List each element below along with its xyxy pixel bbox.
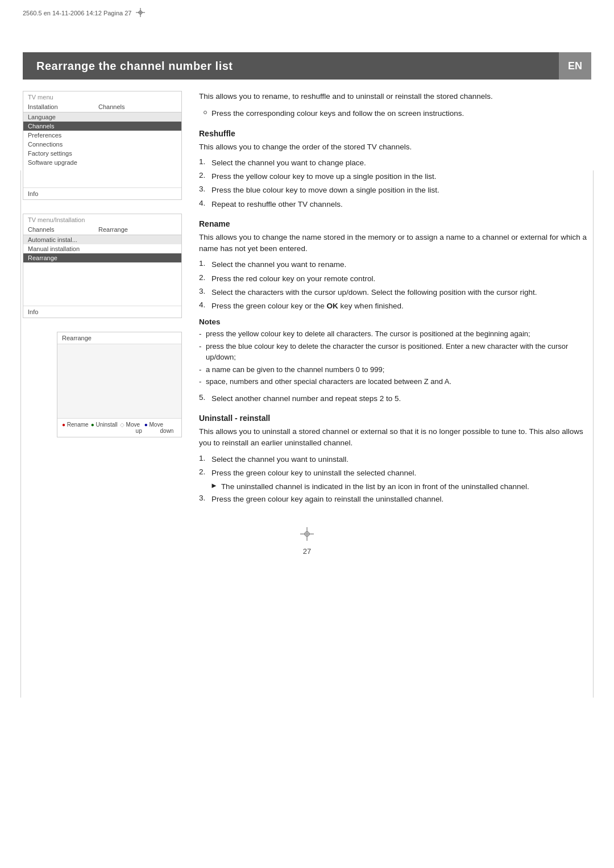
menu2-header: Channels Rearrange <box>23 224 181 235</box>
menu1-item-software[interactable]: Software upgrade <box>23 158 181 167</box>
menu1-item-channels[interactable]: Channels <box>23 122 181 131</box>
header-bar: Rearrange the channel number list EN <box>23 52 591 80</box>
footer-move-down: ● Move down <box>144 422 174 434</box>
reshuffle-steps: 1. Select the channel you want to change… <box>199 157 591 210</box>
note-2: press the blue colour key to delete the … <box>199 341 591 363</box>
bullet-circle-1 <box>204 111 207 114</box>
page-meta: 2560.5 en 14-11-2006 14:12 Pagina 27 <box>0 0 614 18</box>
menu2-empty2 <box>23 269 181 276</box>
menu1-header: Installation Channels <box>23 102 181 112</box>
left-column: TV menu Installation Channels Language C… <box>23 91 182 510</box>
language-badge: EN <box>559 52 591 80</box>
rearrange-title: Rearrange <box>57 332 181 344</box>
menu2-item-rearrange[interactable]: Rearrange <box>23 253 181 262</box>
menu2-empty6 <box>23 297 181 303</box>
rearrange-box-container: Rearrange ● Rename ● Uninstall ◇ Move up… <box>23 332 182 437</box>
right-margin-line <box>593 170 594 698</box>
uninstall-step-3: 3. Press the green colour key again to r… <box>199 494 591 505</box>
left-margin-line <box>20 170 21 698</box>
footer-rename: ● Rename <box>62 422 89 434</box>
uninstall-step-2: 2. Press the green colour key to uninsta… <box>199 468 591 479</box>
menu2-empty4 <box>23 283 181 290</box>
menu1-empty1 <box>23 172 181 178</box>
page-title: Rearrange the channel number list <box>23 60 233 73</box>
reshuffle-heading: Reshuffle <box>199 129 591 138</box>
menu1-empty2 <box>23 178 181 185</box>
menu2-empty1 <box>23 262 181 269</box>
menu2-empty3 <box>23 276 181 283</box>
notes-label: Notes <box>199 318 591 326</box>
note-3: a name can be given to the channel numbe… <box>199 364 591 375</box>
rename-step-4: 4. Press the green colour key or the OK … <box>199 301 591 312</box>
uninstall-step-1: 1. Select the channel you want to uninst… <box>199 454 591 465</box>
crosshair-top <box>136 8 145 18</box>
menu1-label: TV menu <box>23 91 181 102</box>
rename-steps: 1. Select the channel you want to rename… <box>199 259 591 312</box>
right-column: This allows you to rename, to reshuffle … <box>199 91 591 510</box>
reshuffle-step-4: 4. Repeat to reshuffle other TV channels… <box>199 199 591 210</box>
bullet-item-1: Press the corresponding colour keys and … <box>199 108 591 119</box>
menu2-empty5 <box>23 290 181 297</box>
bottom-crosshair <box>0 527 614 542</box>
menu1-col2: Channels <box>98 103 125 110</box>
note-4: space, numbers and other special charact… <box>199 376 591 387</box>
uninstall-desc: This allows you to uninstall a stored ch… <box>199 426 591 449</box>
rename-heading: Rename <box>199 219 591 228</box>
intro-text: This allows you to rename, to reshuffle … <box>199 91 591 102</box>
reshuffle-step-1: 1. Select the channel you want to change… <box>199 157 591 169</box>
menu2-item-manual[interactable]: Manual installation <box>23 244 181 253</box>
uninstall-heading: Uninstall - reinstall <box>199 414 591 423</box>
uninstall-sub-step: ► The uninstalled channel is indicated i… <box>199 481 591 493</box>
rename-step-3: 3. Select the characters with the cursor… <box>199 287 591 298</box>
menu1-col1: Installation <box>28 103 96 110</box>
rename-step-5: 5. Select another channel number and rep… <box>199 393 591 404</box>
rename-step-2: 2. Press the red colour key on your remo… <box>199 273 591 285</box>
reshuffle-step-2: 2. Press the yellow colour key to move u… <box>199 171 591 182</box>
menu1-item-factory[interactable]: Factory settings <box>23 149 181 158</box>
rearrange-footer: ● Rename ● Uninstall ◇ Move up ● Move do… <box>57 418 181 437</box>
footer-move-up: ◇ Move up <box>120 422 142 434</box>
menu2-item-automatic[interactable]: Automatic instal... <box>23 235 181 244</box>
tv-menu-box: TV menu Installation Channels Language C… <box>23 91 182 200</box>
menu1-item-connections[interactable]: Connections <box>23 140 181 149</box>
footer-uninstall: ● Uninstall <box>91 422 118 434</box>
menu1-info: Info <box>23 187 181 199</box>
page-footer: 27 <box>0 510 614 567</box>
installation-menu-box: TV menu/Installation Channels Rearrange … <box>23 214 182 318</box>
note-1: press the yellow colour key to delete al… <box>199 328 591 340</box>
menu2-label: TV menu/Installation <box>23 214 181 224</box>
menu2-info: Info <box>23 306 181 318</box>
page-number: 27 <box>303 547 311 556</box>
menu1-item-preferences[interactable]: Preferences <box>23 131 181 140</box>
menu2-col1: Channels <box>28 226 96 233</box>
main-content: TV menu Installation Channels Language C… <box>0 80 614 510</box>
meta-text: 2560.5 en 14-11-2006 14:12 Pagina 27 <box>23 10 131 16</box>
notes-box: Notes press the yellow colour key to del… <box>199 318 591 387</box>
reshuffle-step-3: 3. Press the blue colour key to move dow… <box>199 185 591 196</box>
menu2-col2: Rearrange <box>98 226 128 233</box>
bullet-text-1: Press the corresponding colour keys and … <box>211 108 464 119</box>
menu1-item-language[interactable]: Language <box>23 112 181 122</box>
rename-step-1: 1. Select the channel you want to rename… <box>199 259 591 270</box>
reshuffle-desc: This allows you to change the order of t… <box>199 141 591 153</box>
rearrange-box: Rearrange ● Rename ● Uninstall ◇ Move up… <box>57 332 182 437</box>
uninstall-steps: 1. Select the channel you want to uninst… <box>199 454 591 506</box>
rename-desc: This allows you to change the name store… <box>199 232 591 255</box>
rearrange-content <box>57 344 181 418</box>
